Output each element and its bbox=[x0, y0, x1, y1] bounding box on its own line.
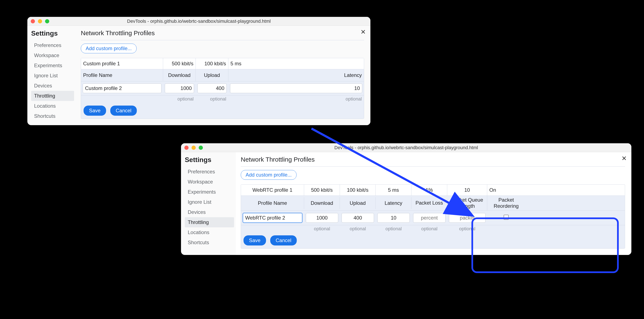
profile-row[interactable]: Custom profile 1 500 kbit/s 100 kbit/s 5… bbox=[81, 58, 364, 69]
hint-latency: optional bbox=[228, 95, 364, 103]
sidebar-item-workspace[interactable]: Workspace bbox=[185, 177, 234, 187]
header-packetloss: Packet Loss bbox=[412, 199, 447, 207]
page-title: Network Throttling Profiles bbox=[241, 156, 625, 167]
close-icon[interactable]: ✕ bbox=[360, 28, 366, 36]
profile-row[interactable]: WebRTC profile 1 500 kbit/s 100 kbit/s 5… bbox=[241, 185, 625, 196]
header-profile-name: Profile Name bbox=[81, 69, 163, 81]
titlebar: DevTools - orphis.github.io/webrtc-sandb… bbox=[27, 17, 370, 26]
sidebar-item-ignorelist[interactable]: Ignore List bbox=[31, 71, 74, 81]
header-download: Download bbox=[163, 69, 196, 81]
save-button[interactable]: Save bbox=[244, 235, 266, 245]
page-title: Network Throttling Profiles bbox=[81, 30, 364, 40]
hint-latency: optional bbox=[376, 225, 412, 232]
settings-heading: Settings bbox=[185, 156, 234, 164]
sidebar-item-preferences[interactable]: Preferences bbox=[185, 167, 234, 177]
add-custom-profile-button[interactable]: Add custom profile... bbox=[81, 44, 136, 53]
header-packetqueue: Packet Queue Length bbox=[447, 196, 487, 210]
upload-input[interactable] bbox=[198, 83, 227, 93]
hint-upload: optional bbox=[196, 95, 228, 103]
sidebar-item-locations[interactable]: Locations bbox=[31, 101, 74, 111]
window-title: DevTools - orphis.github.io/webrtc-sandb… bbox=[27, 19, 370, 24]
profile-download-cell: 500 kbit/s bbox=[163, 58, 196, 69]
header-packetreorder: Packet Reordering bbox=[487, 196, 525, 210]
hint-download: optional bbox=[304, 225, 340, 232]
hint-packetloss: optional bbox=[412, 225, 447, 232]
profile-name-input[interactable] bbox=[83, 83, 162, 93]
column-headers: Profile Name Download Upload Latency bbox=[81, 69, 364, 81]
profile-name-cell: Custom profile 1 bbox=[81, 58, 163, 69]
profile-packetqueue-cell: 10 bbox=[447, 185, 487, 196]
devtools-window-before: DevTools - orphis.github.io/webrtc-sandb… bbox=[27, 17, 370, 125]
latency-input[interactable] bbox=[377, 213, 410, 223]
packetloss-input[interactable] bbox=[413, 213, 446, 223]
profile-name-input[interactable] bbox=[243, 213, 302, 223]
editor-row bbox=[81, 81, 364, 95]
hint-upload: optional bbox=[340, 225, 376, 232]
settings-sidebar: Settings Preferences Workspace Experimen… bbox=[27, 26, 76, 125]
header-upload: Upload bbox=[196, 69, 228, 81]
main-pane: ✕ Network Throttling Profiles Add custom… bbox=[236, 152, 631, 255]
devtools-window-after: DevTools - orphis.github.io/webrtc-sandb… bbox=[181, 143, 631, 255]
hints-row: optional optional optional bbox=[81, 95, 364, 103]
header-upload: Upload bbox=[340, 197, 376, 209]
packetqueue-input[interactable] bbox=[449, 213, 486, 223]
column-headers: Profile Name Download Upload Latency Pac… bbox=[241, 196, 625, 211]
packetreorder-checkbox[interactable] bbox=[504, 215, 509, 220]
editor-row bbox=[241, 211, 625, 225]
profile-download-cell: 500 kbit/s bbox=[304, 185, 340, 196]
header-profile-name: Profile Name bbox=[241, 197, 304, 209]
upload-input[interactable] bbox=[342, 213, 374, 223]
sidebar-item-ignorelist[interactable]: Ignore List bbox=[185, 197, 234, 207]
download-input[interactable] bbox=[165, 83, 194, 93]
profile-upload-cell: 100 kbit/s bbox=[196, 58, 228, 69]
close-icon[interactable]: ✕ bbox=[622, 155, 627, 162]
sidebar-item-devices[interactable]: Devices bbox=[185, 207, 234, 217]
sidebar-item-experiments[interactable]: Experiments bbox=[31, 61, 74, 71]
profile-latency-cell: 5 ms bbox=[376, 185, 412, 196]
cancel-button[interactable]: Cancel bbox=[270, 235, 297, 245]
profile-packetloss-cell: 1% bbox=[412, 185, 447, 196]
cancel-button[interactable]: Cancel bbox=[110, 106, 137, 116]
window-title: DevTools - orphis.github.io/webrtc-sandb… bbox=[181, 145, 631, 150]
button-row: Save Cancel bbox=[241, 232, 625, 248]
header-latency: Latency bbox=[228, 69, 364, 81]
hint-download: optional bbox=[163, 95, 196, 103]
hint-packetqueue: optional bbox=[447, 225, 487, 232]
hints-row: optional optional optional optional opti… bbox=[241, 225, 625, 232]
profile-packetreorder-cell: On bbox=[487, 185, 525, 196]
settings-heading: Settings bbox=[31, 30, 74, 37]
profile-upload-cell: 100 kbit/s bbox=[340, 185, 376, 196]
profiles-panel: Custom profile 1 500 kbit/s 100 kbit/s 5… bbox=[81, 58, 364, 119]
sidebar-item-preferences[interactable]: Preferences bbox=[31, 40, 74, 50]
profile-latency-cell: 5 ms bbox=[228, 58, 364, 69]
button-row: Save Cancel bbox=[81, 103, 364, 119]
sidebar-item-devices[interactable]: Devices bbox=[31, 81, 74, 91]
add-custom-profile-button[interactable]: Add custom profile... bbox=[241, 170, 296, 180]
settings-sidebar: Settings Preferences Workspace Experimen… bbox=[181, 152, 236, 255]
profile-name-cell: WebRTC profile 1 bbox=[241, 185, 304, 196]
sidebar-item-throttling[interactable]: Throttling bbox=[31, 91, 74, 101]
header-download: Download bbox=[304, 197, 340, 209]
header-latency: Latency bbox=[376, 197, 412, 209]
main-pane: ✕ Network Throttling Profiles Add custom… bbox=[76, 26, 370, 125]
profiles-panel: WebRTC profile 1 500 kbit/s 100 kbit/s 5… bbox=[241, 184, 625, 249]
sidebar-item-shortcuts[interactable]: Shortcuts bbox=[185, 237, 234, 248]
save-button[interactable]: Save bbox=[84, 106, 106, 116]
latency-input[interactable] bbox=[230, 83, 362, 93]
sidebar-item-locations[interactable]: Locations bbox=[185, 227, 234, 237]
sidebar-item-shortcuts[interactable]: Shortcuts bbox=[31, 111, 74, 121]
download-input[interactable] bbox=[306, 213, 338, 223]
sidebar-item-workspace[interactable]: Workspace bbox=[31, 50, 74, 61]
titlebar: DevTools - orphis.github.io/webrtc-sandb… bbox=[181, 143, 631, 152]
sidebar-item-throttling[interactable]: Throttling bbox=[185, 217, 234, 227]
sidebar-item-experiments[interactable]: Experiments bbox=[185, 187, 234, 197]
